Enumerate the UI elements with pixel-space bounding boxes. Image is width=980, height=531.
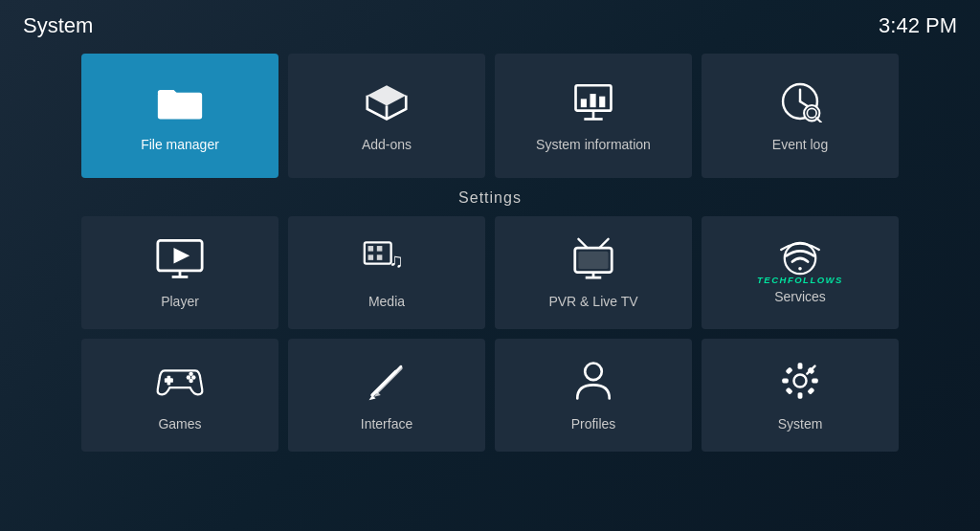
svg-point-34	[187, 375, 190, 379]
tile-media-label: Media	[368, 294, 405, 309]
tile-media[interactable]: ♫ Media	[288, 216, 485, 329]
tile-services[interactable]: TECHFOLLOWS Services	[702, 216, 899, 329]
svg-line-41	[377, 367, 401, 391]
svg-point-43	[585, 363, 602, 380]
svg-rect-6	[581, 99, 587, 107]
svg-rect-8	[599, 96, 605, 106]
tile-add-ons[interactable]: Add-ons	[288, 54, 485, 178]
services-icon-wrap: TECHFOLLOWS	[757, 241, 843, 285]
svg-point-37	[189, 378, 192, 382]
tile-event-log-label: Event log	[772, 137, 828, 152]
folder-icon	[156, 80, 204, 129]
svg-line-13	[816, 118, 821, 122]
svg-rect-23	[377, 254, 383, 260]
tile-interface[interactable]: Interface	[288, 339, 485, 452]
games-icon	[156, 360, 204, 409]
tile-player-label: Player	[161, 294, 199, 309]
tile-profiles-label: Profiles	[571, 416, 616, 431]
tile-services-label: Services	[774, 289, 826, 304]
techfollows-brand: TECHFOLLOWS	[757, 276, 843, 285]
page-title: System	[23, 13, 93, 38]
top-tiles-row: File manager Add-ons	[0, 54, 980, 178]
tile-file-manager-label: File manager	[141, 137, 219, 152]
tile-pvr-live-tv-label: PVR & Live TV	[548, 294, 637, 309]
svg-rect-52	[807, 387, 814, 394]
svg-marker-1	[368, 85, 406, 105]
tile-file-manager[interactable]: File manager	[81, 54, 278, 178]
tile-add-ons-label: Add-ons	[362, 137, 412, 152]
player-icon	[156, 237, 204, 286]
settings-section-label: Settings	[0, 189, 980, 207]
svg-rect-19	[365, 242, 391, 263]
tile-pvr-live-tv[interactable]: PVR & Live TV	[495, 216, 692, 329]
system-info-icon	[569, 80, 617, 129]
svg-rect-48	[812, 378, 818, 383]
svg-rect-45	[798, 363, 803, 369]
svg-text:♫: ♫	[390, 250, 404, 271]
svg-rect-51	[786, 387, 793, 394]
interface-icon	[363, 360, 411, 409]
profiles-icon	[569, 360, 617, 409]
clock: 3:42 PM	[879, 13, 957, 38]
svg-rect-21	[377, 246, 383, 252]
event-log-icon	[776, 80, 824, 129]
svg-marker-16	[174, 247, 190, 263]
techfollows-wifi-icon	[776, 241, 824, 279]
svg-point-36	[189, 371, 192, 375]
tile-player[interactable]: Player	[81, 216, 278, 329]
tile-games[interactable]: Games	[81, 339, 278, 452]
addons-icon	[363, 80, 411, 129]
svg-rect-7	[590, 94, 595, 107]
tile-system[interactable]: System	[702, 339, 899, 452]
tile-system-information[interactable]: System information	[495, 54, 692, 178]
tile-interface-label: Interface	[361, 416, 412, 431]
settings-grid: Player ♫ Media	[0, 216, 980, 452]
tile-games-label: Games	[158, 416, 201, 431]
svg-rect-47	[782, 378, 789, 383]
tile-system-information-label: System information	[536, 137, 651, 152]
svg-rect-49	[786, 366, 793, 374]
system-icon	[776, 360, 824, 409]
header: System 3:42 PM	[0, 0, 980, 52]
svg-rect-46	[798, 392, 803, 399]
svg-rect-22	[368, 254, 374, 260]
svg-rect-28	[578, 251, 608, 268]
tile-event-log[interactable]: Event log	[702, 54, 899, 178]
svg-rect-0	[158, 92, 202, 119]
media-icon: ♫	[363, 237, 411, 286]
tile-system-label: System	[778, 416, 823, 431]
pvr-icon	[569, 237, 617, 286]
svg-point-44	[793, 374, 806, 387]
svg-rect-20	[368, 246, 374, 252]
tile-profiles[interactable]: Profiles	[495, 339, 692, 452]
svg-point-35	[191, 375, 195, 379]
svg-rect-33	[167, 375, 171, 385]
